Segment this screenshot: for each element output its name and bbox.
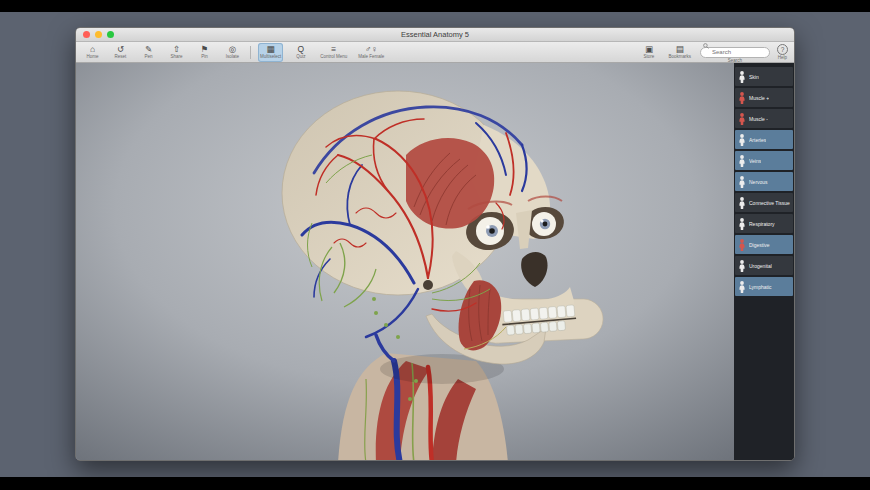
- content-area: Skin Muscle + Muscle - Arteries Veins: [76, 63, 794, 461]
- person-icon: [738, 197, 746, 209]
- sidebar-item-label: Muscle -: [749, 116, 768, 122]
- toolbar-item-isolate[interactable]: ◎ Isolate: [222, 43, 243, 62]
- toolbar-item-store[interactable]: ▣ Store: [638, 43, 659, 62]
- control-menu-icon: ≡: [331, 45, 336, 55]
- toolbar-item-pin[interactable]: ⚑ Pin: [194, 43, 215, 62]
- toolbar-item-label: Multiselect: [260, 54, 281, 60]
- share-icon: ⇧: [173, 45, 180, 55]
- gender-toggle-icon: ♂♀: [365, 45, 378, 55]
- search-icon: [703, 43, 709, 49]
- letterbox-top: [0, 0, 870, 12]
- quiz-icon: Q: [297, 45, 304, 55]
- toolbar-item-label: Store: [644, 54, 655, 60]
- toolbar-item-label: Help: [778, 55, 787, 61]
- sidebar-item-label: Skin: [749, 74, 759, 80]
- multiselect-icon: ▦: [267, 45, 275, 55]
- toolbar-item-home[interactable]: ⌂ Home: [82, 43, 103, 62]
- sidebar-item-label: Digestive: [749, 242, 770, 248]
- toolbar-item-label: Reset: [115, 54, 127, 60]
- toolbar-item-bookmarks[interactable]: ▤ Bookmarks: [666, 43, 693, 62]
- sidebar-item-label: Connective Tissue: [749, 200, 790, 206]
- zoom-button[interactable]: [107, 31, 114, 38]
- toolbar: ⌂ Home ↺ Reset ✎ Pen ⇧ Share ⚑ Pin ◎ Iso…: [76, 42, 794, 63]
- letterbox-bottom: [0, 477, 870, 490]
- person-icon: [738, 260, 746, 272]
- sidebar-item-label: Urogenital: [749, 263, 772, 269]
- person-icon: [738, 218, 746, 230]
- window-title: Essential Anatomy 5: [76, 28, 794, 41]
- help-icon: ?: [777, 44, 788, 55]
- close-button[interactable]: [83, 31, 90, 38]
- traffic-lights: [83, 31, 114, 38]
- person-icon: [738, 281, 746, 293]
- toolbar-item-label: Isolate: [226, 54, 239, 60]
- sidebar-item-urogenital[interactable]: Urogenital: [735, 256, 793, 275]
- toolbar-item-pen[interactable]: ✎ Pen: [138, 43, 159, 62]
- person-icon: [738, 155, 746, 167]
- toolbar-item-gender-toggle[interactable]: ♂♀ Male Female: [356, 43, 386, 62]
- toolbar-item-label: Quiz: [296, 54, 305, 60]
- sidebar-item-label: Arteries: [749, 137, 766, 143]
- minimize-button[interactable]: [95, 31, 102, 38]
- search-input[interactable]: [700, 47, 770, 58]
- sidebar-item-connective-tissue[interactable]: Connective Tissue: [735, 193, 793, 212]
- systems-sidebar: Skin Muscle + Muscle - Arteries Veins: [734, 63, 794, 461]
- sidebar-item-lymphatic[interactable]: Lymphatic: [735, 277, 793, 296]
- sidebar-item-nervous[interactable]: Nervous: [735, 172, 793, 191]
- sidebar-item-skin[interactable]: Skin: [735, 67, 793, 86]
- person-icon: [738, 113, 746, 125]
- sidebar-item-label: Veins: [749, 158, 761, 164]
- search-area: Search: [700, 40, 770, 64]
- app-window: Essential Anatomy 5 ⌂ Home ↺ Reset ✎ Pen…: [75, 27, 795, 461]
- person-icon: [738, 239, 746, 251]
- person-icon: [738, 71, 746, 83]
- person-icon: [738, 176, 746, 188]
- sidebar-item-label: Nervous: [749, 179, 768, 185]
- isolate-icon: ◎: [229, 45, 236, 55]
- bookmarks-icon: ▤: [676, 45, 684, 55]
- sidebar-item-respiratory[interactable]: Respiratory: [735, 214, 793, 233]
- home-icon: ⌂: [90, 45, 95, 55]
- toolbar-item-reset[interactable]: ↺ Reset: [110, 43, 131, 62]
- person-icon: [738, 134, 746, 146]
- sidebar-item-muscle-plus[interactable]: Muscle +: [735, 88, 793, 107]
- toolbar-item-label: Bookmarks: [668, 54, 691, 60]
- toolbar-item-label: Share: [170, 54, 182, 60]
- sidebar-item-digestive[interactable]: Digestive: [735, 235, 793, 254]
- sidebar-item-veins[interactable]: Veins: [735, 151, 793, 170]
- toolbar-right-group: ▣ Store ▤ Bookmarks Search: [638, 40, 788, 64]
- anatomy-model-render: [76, 63, 734, 461]
- titlebar: Essential Anatomy 5: [76, 28, 794, 42]
- toolbar-item-label: Pen: [144, 54, 152, 60]
- toolbar-item-label: Home: [86, 54, 98, 60]
- pen-icon: ✎: [145, 45, 152, 55]
- toolbar-item-label: Control Menu: [320, 54, 347, 60]
- toolbar-item-help[interactable]: ? Help: [777, 44, 788, 61]
- person-icon: [738, 92, 746, 104]
- desktop-background: Essential Anatomy 5 ⌂ Home ↺ Reset ✎ Pen…: [0, 12, 870, 477]
- anatomy-3d-viewport[interactable]: [76, 63, 734, 461]
- sidebar-item-label: Lymphatic: [749, 284, 772, 290]
- toolbar-item-multiselect[interactable]: ▦ Multiselect: [258, 43, 283, 62]
- sidebar-item-label: Respiratory: [749, 221, 775, 227]
- toolbar-item-quiz[interactable]: Q Quiz: [290, 43, 311, 62]
- reset-icon: ↺: [117, 45, 124, 55]
- toolbar-item-control-menu[interactable]: ≡ Control Menu: [318, 43, 349, 62]
- sidebar-item-arteries[interactable]: Arteries: [735, 130, 793, 149]
- sidebar-item-label: Muscle +: [749, 95, 769, 101]
- toolbar-item-label: Male Female: [358, 54, 384, 60]
- toolbar-divider: [250, 46, 251, 59]
- toolbar-item-label: Pin: [201, 54, 208, 60]
- store-icon: ▣: [645, 45, 653, 55]
- pin-icon: ⚑: [201, 45, 209, 55]
- toolbar-item-share[interactable]: ⇧ Share: [166, 43, 187, 62]
- sidebar-item-muscle-minus[interactable]: Muscle -: [735, 109, 793, 128]
